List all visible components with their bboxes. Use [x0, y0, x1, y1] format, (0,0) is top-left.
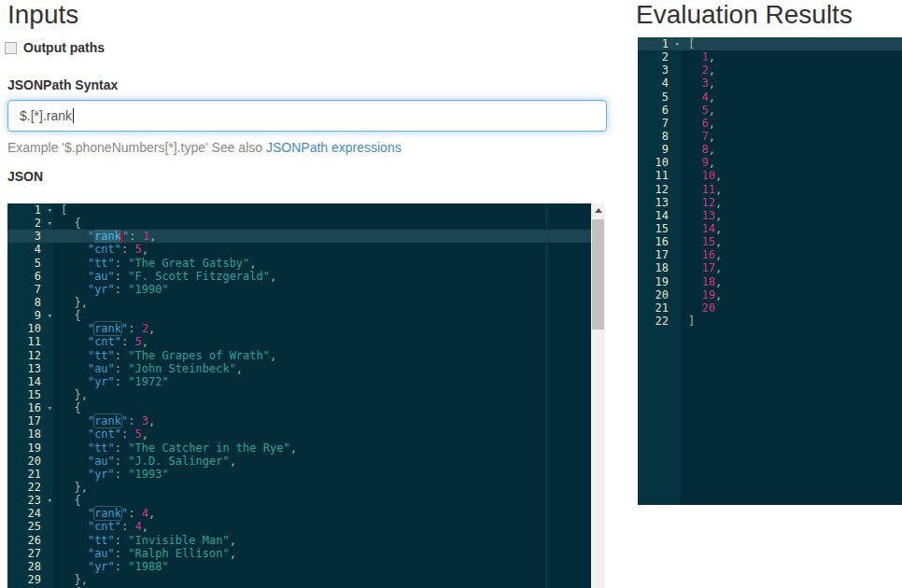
code-line[interactable]: 20 [681, 301, 902, 315]
line-number: 16 [638, 235, 681, 248]
code-line[interactable]: "au": "F. Scott Fitzgerald", [53, 270, 591, 283]
fold-arrow-icon[interactable]: ▾ [48, 401, 52, 414]
line-number: 26 [7, 534, 53, 547]
line-number: 12 [7, 349, 53, 362]
line-number: 9 [638, 143, 681, 156]
code-line[interactable]: 11, [681, 183, 902, 196]
code-line[interactable]: 16, [681, 248, 902, 261]
line-number: 22 [638, 315, 681, 328]
fold-arrow-icon[interactable]: ▾ [48, 203, 52, 217]
line-number: 20 [7, 455, 53, 468]
line-number: 1▾ [638, 37, 681, 50]
fold-arrow-icon[interactable]: ▾ [48, 309, 52, 322]
line-number: 22 [7, 481, 53, 494]
code-line[interactable]: 1, [681, 50, 902, 63]
code-line[interactable]: 17, [681, 261, 902, 274]
code-line[interactable]: }, [53, 573, 591, 586]
code-line[interactable]: "cnt": 5, [53, 335, 591, 348]
line-number: 4 [7, 243, 53, 256]
line-number: 28 [7, 560, 53, 573]
code-line[interactable]: 19, [681, 288, 902, 301]
code-line[interactable]: "yr": "1993" [53, 468, 591, 481]
code-line[interactable]: 10, [681, 169, 902, 182]
code-line[interactable]: 7, [681, 130, 902, 143]
code-line[interactable]: { [53, 494, 591, 507]
code-line[interactable]: 2, [681, 63, 902, 77]
results-editor-code[interactable]: [ 1, 2, 3, 4, 5, 6, 7, 8, 9, 10, 11, 12,… [681, 37, 902, 505]
line-number: 9▾ [7, 309, 53, 322]
code-line[interactable]: "cnt": 5, [53, 243, 591, 256]
code-line[interactable]: }, [53, 481, 591, 494]
line-number: 19 [638, 275, 681, 288]
code-line[interactable]: 9, [681, 156, 902, 169]
code-line[interactable]: "rank": 1, [53, 230, 591, 243]
line-number: 13 [638, 196, 681, 209]
code-line[interactable]: { [53, 309, 591, 322]
line-number: 27 [7, 547, 53, 560]
line-number: 12 [638, 183, 681, 196]
json-label: JSON [7, 169, 43, 184]
code-line[interactable]: 13, [681, 209, 902, 222]
code-line[interactable]: "cnt": 5, [53, 427, 591, 441]
code-line[interactable]: 18, [681, 275, 902, 288]
evaluation-results-title: Evaluation Results [636, 0, 853, 30]
line-number: 1▾ [7, 203, 53, 217]
output-paths-label[interactable]: Output paths [23, 40, 105, 55]
line-number: 6 [7, 270, 53, 283]
code-line[interactable]: [ [681, 37, 902, 50]
code-line[interactable]: 4, [681, 91, 902, 104]
line-number: 15 [638, 222, 681, 235]
scrollbar-thumb[interactable] [592, 219, 604, 329]
code-line[interactable]: 14, [681, 222, 902, 235]
code-line[interactable]: 6, [681, 117, 902, 130]
code-line[interactable]: }, [53, 296, 591, 309]
code-line[interactable]: "yr": "1972" [53, 375, 591, 388]
jsonpath-expressions-link[interactable]: JSONPath expressions [266, 140, 402, 155]
fold-arrow-icon[interactable]: ▾ [675, 37, 680, 50]
code-line[interactable]: "au": "Ralph Ellison", [53, 547, 591, 560]
fold-arrow-icon[interactable]: ▾ [48, 494, 52, 507]
results-editor[interactable]: 1▾2345678910111213141516171819202122 [ 1… [638, 37, 902, 505]
code-line[interactable]: 3, [681, 77, 902, 90]
code-line[interactable]: "tt": "The Catcher in the Rye", [53, 441, 591, 455]
output-paths-checkbox[interactable] [5, 42, 17, 54]
code-line[interactable]: "au": "John Steinbeck", [53, 362, 591, 375]
scrollbar[interactable] [591, 203, 605, 588]
scroll-up-button[interactable] [591, 203, 605, 217]
code-line[interactable]: { [53, 401, 591, 414]
code-line[interactable]: "rank": 2, [53, 322, 591, 335]
inputs-title: Inputs [7, 0, 78, 30]
fold-arrow-icon[interactable]: ▾ [48, 217, 52, 230]
json-editor-code[interactable]: [ { "rank": 1, "cnt": 5, "tt": "The Grea… [53, 203, 591, 588]
code-line[interactable]: 12, [681, 196, 902, 209]
line-number: 7 [7, 283, 53, 296]
line-number: 8 [7, 296, 53, 309]
line-number: 13 [7, 362, 53, 375]
code-line[interactable]: ] [681, 315, 902, 328]
json-editor[interactable]: 1▾2▾3456789▾10111213141516▾1718192021222… [7, 203, 605, 588]
line-number: 4 [638, 77, 681, 90]
jsonpath-input[interactable]: $.[*].rank [7, 100, 607, 132]
code-line[interactable]: "tt": "The Great Gatsby", [53, 257, 591, 270]
line-number: 5 [638, 91, 681, 104]
code-line[interactable]: "rank": 3, [53, 414, 591, 427]
code-line[interactable]: { [53, 217, 591, 230]
code-line[interactable]: "tt": "The Grapes of Wrath", [53, 349, 591, 362]
code-line[interactable]: "yr": "1990" [53, 283, 591, 296]
code-line[interactable]: 15, [681, 235, 902, 248]
line-number: 7 [638, 117, 681, 130]
code-line[interactable]: "rank": 4, [53, 507, 591, 520]
json-editor-gutter: 1▾2▾3456789▾10111213141516▾1718192021222… [7, 203, 53, 588]
code-line[interactable]: [ [53, 203, 591, 217]
code-line[interactable]: 8, [681, 143, 902, 156]
code-line[interactable]: }, [53, 388, 591, 401]
line-number: 14 [638, 209, 681, 222]
code-line[interactable]: "yr": "1988" [53, 560, 591, 573]
code-line[interactable]: "tt": "Invisible Man", [53, 534, 591, 547]
jsonpath-syntax-label: JSONPath Syntax [7, 77, 118, 92]
line-number: 11 [7, 335, 53, 348]
code-line[interactable]: "cnt": 4, [53, 520, 591, 533]
code-line[interactable]: 5, [681, 104, 902, 117]
text-caret [73, 108, 74, 123]
code-line[interactable]: "au": "J.D. Salinger", [53, 455, 591, 468]
